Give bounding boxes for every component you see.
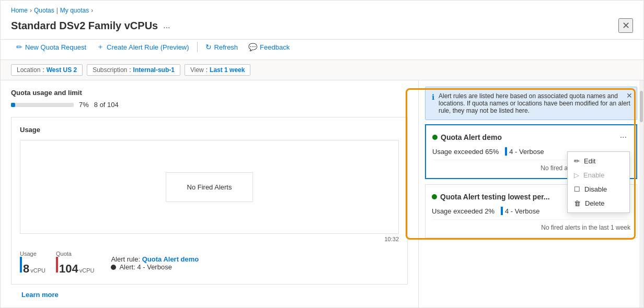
refresh-button[interactable]: ↻ Refresh [200,40,244,54]
left-panel: Quota usage and limit 7% 8 of 104 Usage … [1,80,419,307]
pencil-icon: ✏ [16,43,22,51]
chart-legend: Usage 8 vCPU Quota 104 vCPU [20,251,399,276]
breadcrumb-home[interactable]: Home [11,7,28,14]
toolbar-separator [197,42,198,52]
legend-alert-rule: Alert rule: Quota Alert demo Alert: 4 - … [111,255,199,271]
filter-bar: Location : West US 2 Subscription : Inte… [1,60,643,80]
legend-quota: Quota 104 vCPU [56,251,94,276]
new-quota-request-button[interactable]: ✏ New Quota Request [11,40,91,54]
alert-cards-list: Quota Alert demo ··· Usage exceeded 65% … [419,124,643,307]
chart-area: No Fired Alerts [20,140,399,234]
refresh-icon: ↻ [205,43,212,51]
disable-icon: ☐ [574,185,580,193]
feedback-icon: 💬 [248,43,257,51]
alert-rule-link[interactable]: Quota Alert demo [142,255,199,263]
page-title: Standard DSv2 Family vCPUs [11,20,158,32]
progress-row: 7% 8 of 104 [11,101,408,109]
view-filter[interactable]: View : Last 1 week [185,64,251,76]
info-banner: ℹ Alert rules are listed here based on a… [425,87,637,120]
card-1-more-options[interactable]: ··· [617,132,630,143]
create-alert-rule-button[interactable]: ＋ Create Alert Rule (Preview) [91,40,194,54]
status-dot-2 [432,194,437,199]
progress-bar-container [11,103,74,107]
alert-indicator-dot [111,265,116,270]
context-menu-edit[interactable]: ✏ Edit [568,154,629,168]
breadcrumb: Home › Quotas | My quotas › [11,7,633,14]
no-fired-alerts-label: No Fired Alerts [166,172,254,202]
breadcrumb-quotas[interactable]: Quotas [34,7,54,14]
progress-count: 8 of 104 [94,101,119,109]
chart-section: Usage No Fired Alerts 10:32 Usage 8 vCPU [11,117,408,285]
progress-percent: 7% [79,101,89,109]
quota-bar-indicator [56,257,58,273]
usage-bar-indicator [20,257,22,273]
quota-section-title: Quota usage and limit [11,89,408,97]
severity-bar-1 [505,147,507,156]
subscription-filter[interactable]: Subscription : Internal-sub-1 [87,64,180,76]
right-scrollbar[interactable] [639,80,643,307]
feedback-button[interactable]: 💬 Feedback [243,40,295,54]
status-dot-1 [432,135,438,140]
progress-bar-fill [11,103,15,107]
chart-x-axis: 10:32 [20,234,399,244]
learn-more-section: Learn more [11,285,408,299]
toolbar: ✏ New Quota Request ＋ Create Alert Rule … [1,40,643,60]
delete-icon: 🗑 [574,199,581,207]
scrollbar-thumb [640,91,643,122]
edit-icon: ✏ [574,157,580,165]
alert-item: Alert: 4 - Verbose [111,263,199,271]
learn-more-link[interactable]: Learn more [21,291,59,299]
close-button[interactable]: ✕ [618,18,633,33]
alert-card-1-title: Quota Alert demo [432,133,502,141]
plus-icon: ＋ [97,42,104,52]
title-more-options[interactable]: ... [163,21,170,30]
context-menu: ✏ Edit ▷ Enable ☐ Disable 🗑 [567,151,630,213]
context-menu-delete[interactable]: 🗑 Delete [568,196,629,210]
alert-card-2-title: Quota Alert testing lowest per... [432,193,550,201]
severity-badge-1: 4 - Verbose [505,147,544,156]
info-icon: ℹ [432,93,434,101]
enable-icon: ▷ [574,171,579,179]
chart-title: Usage [20,126,399,134]
severity-bar-2 [501,207,503,215]
context-menu-disable[interactable]: ☐ Disable [568,182,629,196]
close-info-banner-button[interactable]: ✕ [626,91,632,100]
legend-usage: Usage 8 vCPU [20,251,45,276]
breadcrumb-my-quotas[interactable]: My quotas [60,7,89,14]
location-filter[interactable]: Location : West US 2 [11,64,83,76]
severity-badge-2: 4 - Verbose [501,207,540,215]
alert-card-2-footer: No fired alerts in the last 1 week [432,219,630,231]
right-panel: ℹ Alert rules are listed here based on a… [419,80,643,307]
alert-card-1[interactable]: Quota Alert demo ··· Usage exceeded 65% … [425,124,637,179]
context-menu-enable: ▷ Enable [568,168,629,182]
